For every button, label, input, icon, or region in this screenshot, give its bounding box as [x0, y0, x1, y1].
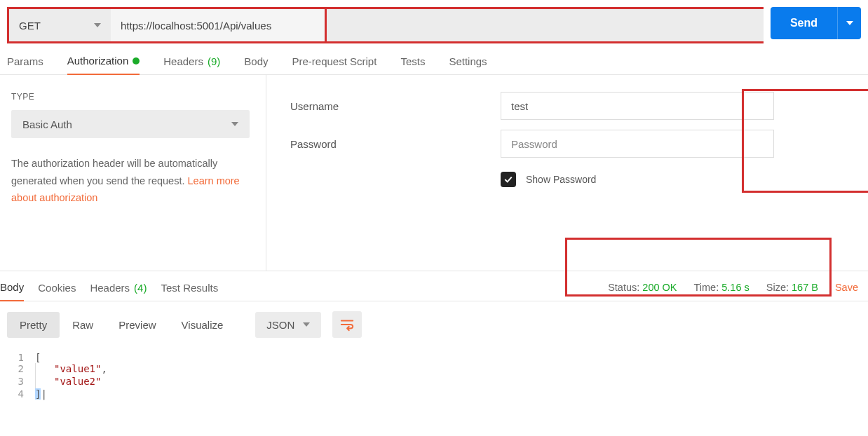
username-input[interactable] [501, 92, 774, 120]
auth-desc-text: The authorization header will be automat… [11, 158, 217, 186]
line-text: ]| [35, 388, 868, 400]
status-group: Status: 200 OK [608, 282, 677, 293]
chevron-down-icon [94, 23, 101, 27]
show-password-label: Show Password [526, 174, 596, 185]
line-text: "value2" [35, 376, 868, 388]
tab-tests[interactable]: Tests [400, 55, 425, 74]
size-value: 167 B [792, 282, 818, 293]
auth-type-label: TYPE [11, 92, 255, 102]
size-label: Size: [766, 282, 789, 293]
resp-tab-body[interactable]: Body [0, 281, 24, 301]
check-icon [503, 174, 514, 185]
authorization-panel: TYPE Basic Auth The authorization header… [0, 75, 868, 271]
response-body-editor[interactable]: 1 [ 2 "value1", 3 "value2" 4 ]| [0, 348, 868, 404]
tab-headers-count: (9) [208, 55, 220, 67]
code-line: 2 "value1", [0, 363, 868, 376]
tab-authorization-label: Authorization [67, 55, 129, 67]
save-response-button[interactable]: Save [835, 282, 858, 293]
status-label: Status: [608, 282, 639, 293]
show-password-row: Show Password [290, 168, 857, 187]
auth-form-panel: Username Password Show Password [266, 75, 868, 271]
body-format-value: JSON [266, 319, 294, 331]
http-method-select[interactable]: GET [9, 9, 111, 41]
auth-description: The authorization header will be automat… [11, 155, 243, 207]
view-mode-buttons: Pretty Raw Preview Visualize [7, 312, 236, 338]
auth-type-select[interactable]: Basic Auth [11, 110, 250, 138]
resp-tab-headers[interactable]: Headers (4) [90, 281, 147, 301]
password-label: Password [290, 138, 501, 150]
word-wrap-button[interactable] [332, 311, 362, 338]
response-header-row: Body Cookies Headers (4) Test Results St… [0, 271, 868, 301]
view-visualize-button[interactable]: Visualize [169, 312, 236, 338]
line-number: 4 [0, 388, 35, 400]
response-view-controls: Pretty Raw Preview Visualize JSON [0, 301, 868, 348]
chevron-down-icon [303, 322, 310, 327]
line-number: 1 [0, 352, 35, 363]
body-format-select[interactable]: JSON [255, 312, 321, 338]
tab-prerequest[interactable]: Pre-request Script [292, 55, 377, 74]
code-line: 1 [ [0, 352, 868, 363]
url-input-rest[interactable] [327, 9, 764, 41]
time-value: 5.16 s [721, 282, 750, 293]
view-raw-button[interactable]: Raw [60, 312, 106, 338]
active-dot-icon [133, 57, 140, 64]
word-wrap-icon [339, 317, 355, 332]
tab-authorization[interactable]: Authorization [67, 55, 140, 75]
show-password-checkbox[interactable] [501, 172, 516, 187]
tab-params[interactable]: Params [7, 55, 43, 74]
url-input[interactable]: https://localhost:5001/Api/values [111, 9, 327, 41]
password-input[interactable] [501, 130, 774, 158]
tab-headers-label: Headers [163, 55, 203, 67]
auth-type-panel: TYPE Basic Auth The authorization header… [0, 75, 266, 271]
chevron-down-icon [846, 21, 853, 25]
chevron-down-icon [231, 122, 238, 126]
resp-tab-headers-count: (4) [134, 282, 147, 294]
auth-type-value: Basic Auth [22, 118, 72, 130]
password-row: Password [290, 130, 857, 158]
view-preview-button[interactable]: Preview [106, 312, 168, 338]
send-options-button[interactable] [837, 7, 861, 39]
tab-settings[interactable]: Settings [449, 55, 487, 74]
code-line: 4 ]| [0, 388, 868, 400]
request-tabs: Params Authorization Headers (9) Body Pr… [0, 43, 868, 75]
request-bar: GET https://localhost:5001/Api/values Se… [0, 0, 868, 43]
time-group: Time: 5.16 s [694, 282, 750, 293]
resp-tab-headers-label: Headers [90, 282, 130, 294]
line-text: "value1", [35, 363, 868, 376]
method-url-highlight-box: GET https://localhost:5001/Api/values [7, 7, 764, 43]
status-value: 200 OK [642, 282, 677, 293]
view-pretty-button[interactable]: Pretty [7, 312, 60, 338]
line-number: 3 [0, 376, 35, 388]
resp-tab-cookies[interactable]: Cookies [38, 281, 76, 301]
line-number: 2 [0, 363, 35, 376]
time-label: Time: [694, 282, 719, 293]
username-row: Username [290, 92, 857, 120]
line-text: [ [35, 352, 868, 363]
tab-headers[interactable]: Headers (9) [163, 55, 220, 74]
http-method-value: GET [19, 20, 41, 32]
response-meta: Status: 200 OK Time: 5.16 s Size: 167 B … [608, 282, 868, 300]
resp-tab-tests[interactable]: Test Results [161, 281, 218, 301]
send-button[interactable]: Send [771, 7, 837, 39]
code-line: 3 "value2" [0, 376, 868, 388]
username-label: Username [290, 100, 501, 112]
size-group: Size: 167 B [766, 282, 818, 293]
tab-body[interactable]: Body [244, 55, 268, 74]
url-box: https://localhost:5001/Api/values [111, 9, 764, 41]
show-password-group: Show Password [501, 172, 596, 187]
response-tabs: Body Cookies Headers (4) Test Results [0, 281, 218, 301]
send-group: Send [771, 7, 861, 43]
